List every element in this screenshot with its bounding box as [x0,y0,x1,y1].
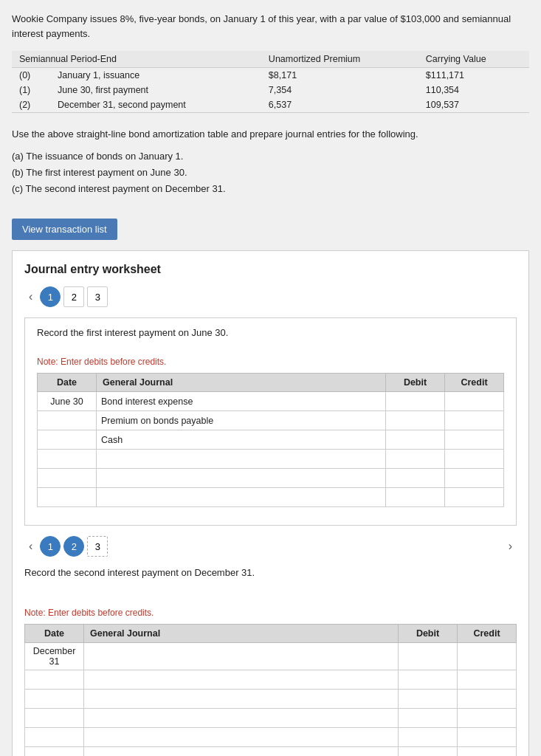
entry1-credit-3[interactable] [445,450,504,469]
worksheet-container: Journal entry worksheet ‹ 1 2 3 Record t… [12,250,529,756]
entry2-col-journal: General Journal [84,625,399,643]
entry1-debit-5[interactable] [386,488,445,507]
entry1-debit-input-0[interactable] [390,396,440,407]
entry1-credit-4[interactable] [445,469,504,488]
entry2-journal-input-3[interactable] [89,713,393,724]
entry1-credit-0[interactable] [445,392,504,411]
entry1-credit-input-0[interactable] [449,396,499,407]
page-button-3[interactable]: 3 [87,286,108,307]
prev-page-button[interactable]: ‹ [24,289,37,305]
table-row: Cash [38,430,504,450]
entry1-debit-input-1[interactable] [390,416,440,426]
entry2-credit-1[interactable] [458,670,517,690]
entry1-debit-2[interactable] [386,430,445,450]
entry2-credit-5[interactable] [458,747,517,756]
entry1-debit-input-3[interactable] [390,454,440,464]
entry2-journal-0[interactable] [84,643,399,670]
entry2-debit-3[interactable] [399,709,458,728]
entry2-journal-input-4[interactable] [89,732,393,743]
table-row [25,728,517,747]
entry1-debit-input-2[interactable] [390,435,440,445]
entry1-journal-3[interactable] [97,450,386,469]
table-row [25,690,517,709]
entry2-journal-5[interactable] [84,747,399,756]
entry2-debit-4[interactable] [399,728,458,747]
table-row: December 31 [25,643,517,670]
entry2-credit-input-0[interactable] [462,651,511,662]
entry2-journal-input-5[interactable] [89,752,393,756]
entry1-journal-input-4[interactable] [101,473,381,484]
entry1-credit-input-4[interactable] [449,473,499,484]
entry2-debit-2[interactable] [399,690,458,709]
entry1-date-3 [38,450,97,469]
entry1-journal-input-3[interactable] [101,454,381,464]
table-row: (1) June 30, first payment 7,354 110,354 [12,83,529,97]
entry2-credit-input-2[interactable] [462,694,511,704]
entry1-journal-0: Bond interest expense [97,392,386,411]
entry2-debit-input-3[interactable] [403,713,452,724]
entry1-journal-4[interactable] [97,469,386,488]
entry1-date-4 [38,469,97,488]
entry2-credit-0[interactable] [458,643,517,670]
page-btn-bottom-2[interactable]: 2 [63,536,84,557]
entry1-col-debit: Debit [386,374,445,392]
entry2-debit-0[interactable] [399,643,458,670]
entry2-credit-input-3[interactable] [462,713,511,724]
table-row [38,488,504,507]
entry1-credit-1[interactable] [445,411,504,430]
entry2-debit-input-4[interactable] [403,732,452,743]
entry2-credit-input-5[interactable] [462,752,511,756]
entry1-credit-input-3[interactable] [449,454,499,464]
entry2-journal-input-1[interactable] [89,675,393,685]
prev-page-button-bottom[interactable]: ‹ [24,538,37,554]
entry2-instruction: Record the second interest payment on De… [24,567,517,578]
entry1-note: Note: Enter debits before credits. [37,357,504,367]
entry2-debit-input-1[interactable] [403,675,452,685]
entry1-credit-2[interactable] [445,430,504,450]
entry1-journal-5[interactable] [97,488,386,507]
worksheet-title: Journal entry worksheet [24,263,517,276]
entry2-journal-3[interactable] [84,709,399,728]
entry1-debit-3[interactable] [386,450,445,469]
entry2-credit-3[interactable] [458,709,517,728]
entry1-debit-input-4[interactable] [390,473,440,484]
entry2-journal-1[interactable] [84,670,399,690]
entry2-journal-4[interactable] [84,728,399,747]
entry1-debit-1[interactable] [386,411,445,430]
entry1-debit-0[interactable] [386,392,445,411]
entry1-debit-input-5[interactable] [390,492,440,503]
row-label-1: June 30, first payment [50,83,261,97]
entry1-credit-input-2[interactable] [449,435,499,445]
entry1-date-2 [38,430,97,450]
next-page-button-bottom[interactable]: › [504,538,517,554]
entry1-debit-4[interactable] [386,469,445,488]
entry1-journal-input-5[interactable] [101,492,381,503]
entry2-debit-input-0[interactable] [403,651,452,662]
page-btn-bottom-1[interactable]: 1 [40,536,61,557]
entry2-debit-input-5[interactable] [403,752,452,756]
entry2-credit-input-1[interactable] [462,675,511,685]
page-button-1[interactable]: 1 [40,286,61,307]
instruction-line1: Use the above straight-line bond amortiz… [12,126,529,142]
entry2-debit-5[interactable] [399,747,458,756]
entry2-debit-input-2[interactable] [403,694,452,704]
entry2-credit-input-4[interactable] [462,732,511,743]
table-row: (2) December 31, second payment 6,537 10… [12,97,529,113]
entry2-debit-1[interactable] [399,670,458,690]
col-header-period: Semiannual Period-End [12,51,261,68]
row-premium-2: 6,537 [261,97,418,113]
instructions-block: Use the above straight-line bond amortiz… [12,126,529,197]
view-transaction-button[interactable]: View transaction list [12,219,117,240]
entry1-credit-5[interactable] [445,488,504,507]
row-carrying-2: 109,537 [418,97,529,113]
row-carrying-0: $111,171 [418,68,529,83]
page-btn-bottom-3[interactable]: 3 [87,536,108,557]
entry2-journal-2[interactable] [84,690,399,709]
entry1-credit-input-1[interactable] [449,416,499,426]
entry2-journal-input-0[interactable] [89,651,393,662]
page-button-2[interactable]: 2 [63,286,84,307]
entry1-credit-input-5[interactable] [449,492,499,503]
entry2-credit-4[interactable] [458,728,517,747]
entry2-credit-2[interactable] [458,690,517,709]
entry2-journal-input-2[interactable] [89,694,393,704]
